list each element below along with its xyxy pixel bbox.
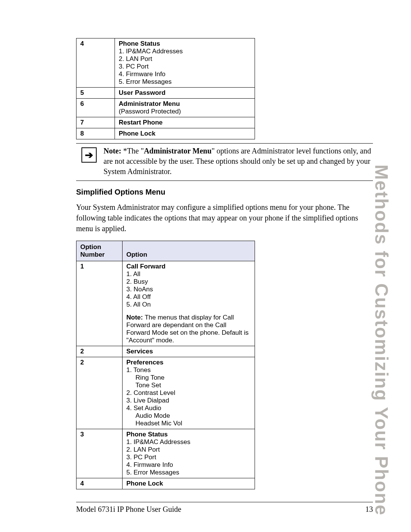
option-title: Restart Phone — [119, 119, 251, 126]
table-row: 5 User Password — [76, 88, 255, 99]
option-number: 4 — [76, 478, 123, 489]
options-table-continued: 4 Phone Status 1. IP&MAC Addresses 2. LA… — [76, 38, 255, 139]
note-bold-lead: Note: — [104, 147, 123, 155]
option-item: 4. All Off — [126, 293, 251, 301]
table-row: 8 Phone Lock — [76, 128, 255, 139]
option-number: 2 — [76, 346, 123, 357]
table-row: 6 Administrator Menu (Password Protected… — [76, 99, 255, 117]
option-item: 2. LAN Port — [119, 55, 251, 63]
option-subitem: Headset Mic Vol — [135, 420, 251, 427]
header-line: Option — [80, 243, 118, 251]
side-section-label: Methods for Customizing Your Phone — [371, 165, 392, 516]
page: Methods for Customizing Your Phone 4 Pho… — [0, 0, 411, 532]
option-item: 1. All — [126, 270, 251, 278]
option-item: 4. Firmware Info — [126, 461, 251, 469]
section-body: Your System Administrator may configure … — [76, 202, 373, 234]
option-number: 3 — [76, 429, 123, 478]
table-row: 7 Restart Phone — [76, 117, 255, 128]
option-number: 2 — [76, 357, 123, 429]
spacer — [126, 308, 251, 314]
simplified-options-table: Option Number Option 1 Call Forward 1. A… — [76, 241, 255, 489]
table-row: 2 Preferences 1. Tones Ring Tone Tone Se… — [76, 357, 255, 429]
table-row: 2 Services — [76, 346, 255, 357]
option-subitem: Ring Tone — [135, 374, 251, 382]
option-note-rest: The menus that display for Call Forward … — [126, 314, 249, 344]
option-extra: (Password Protected) — [119, 108, 251, 115]
option-item: 3. NoAns — [126, 286, 251, 293]
option-item: 5. All On — [126, 301, 251, 308]
section-heading: Simplified Options Menu — [76, 188, 373, 197]
option-title: Phone Status — [119, 40, 251, 48]
column-header-option-number: Option Number — [76, 241, 123, 261]
option-number: 8 — [76, 128, 115, 139]
option-title: Administrator Menu — [119, 100, 251, 108]
note-text: Note: *The "Administrator Menu" options … — [104, 146, 373, 177]
option-title: Preferences — [126, 359, 251, 366]
option-cell: Administrator Menu (Password Protected) — [115, 99, 255, 117]
option-title: User Password — [119, 89, 251, 97]
option-cell: Preferences 1. Tones Ring Tone Tone Set … — [123, 357, 255, 429]
option-item: 2. Contrast Level — [126, 389, 251, 397]
option-item: 2. Busy — [126, 278, 251, 286]
note-block: ➔ Note: *The "Administrator Menu" option… — [76, 146, 373, 177]
footer-page-number: 13 — [365, 505, 373, 514]
table-header-row: Option Number Option — [76, 241, 255, 261]
option-title: Call Forward — [126, 263, 251, 270]
option-item: 5. Error Messages — [119, 78, 251, 86]
note-admin-menu: Administrator Menu — [144, 147, 212, 155]
content-area: 4 Phone Status 1. IP&MAC Addresses 2. LA… — [76, 38, 373, 489]
option-cell: User Password — [115, 88, 255, 99]
option-title: Phone Lock — [119, 130, 251, 137]
option-note-bold: Note: — [126, 314, 145, 321]
option-number: 4 — [76, 38, 115, 88]
table-row: 4 Phone Status 1. IP&MAC Addresses 2. LA… — [76, 38, 255, 88]
option-item: 1. IP&MAC Addresses — [119, 48, 251, 55]
option-title: Phone Status — [126, 431, 251, 438]
option-item: 1. Tones — [126, 366, 251, 374]
option-item: 4. Set Audio — [126, 404, 251, 412]
note-pre: *The " — [123, 147, 144, 155]
option-cell: Call Forward 1. All 2. Busy 3. NoAns 4. … — [123, 261, 255, 346]
option-item: 5. Error Messages — [126, 469, 251, 476]
option-item: 3. Live Dialpad — [126, 397, 251, 404]
option-cell: Phone Status 1. IP&MAC Addresses 2. LAN … — [115, 38, 255, 88]
option-item: 1. IP&MAC Addresses — [126, 438, 251, 446]
header-line: Number — [80, 251, 118, 259]
option-item: 2. LAN Port — [126, 446, 251, 454]
table-row: 3 Phone Status 1. IP&MAC Addresses 2. LA… — [76, 429, 255, 478]
footer: Model 6731i IP Phone User Guide 13 — [76, 505, 373, 514]
column-header-option: Option — [123, 241, 255, 261]
option-subitem: Audio Mode — [135, 412, 251, 420]
option-cell: Restart Phone — [115, 117, 255, 128]
option-number: 7 — [76, 117, 115, 128]
option-subitem: Tone Set — [135, 382, 251, 389]
header-line: Option — [126, 251, 251, 259]
table-row: 1 Call Forward 1. All 2. Busy 3. NoAns 4… — [76, 261, 255, 346]
option-item: 3. PC Port — [126, 454, 251, 461]
divider — [76, 181, 373, 181]
option-cell: Phone Lock — [115, 128, 255, 139]
option-cell: Services — [123, 346, 255, 357]
option-cell: Phone Status 1. IP&MAC Addresses 2. LAN … — [123, 429, 255, 478]
arrow-right-icon: ➔ — [81, 147, 97, 163]
option-cell: Phone Lock — [123, 478, 255, 489]
option-title: Services — [126, 348, 251, 355]
footer-left: Model 6731i IP Phone User Guide — [76, 505, 181, 514]
divider — [76, 143, 373, 144]
option-item: 4. Firmware Info — [119, 70, 251, 78]
option-item: 3. PC Port — [119, 63, 251, 70]
option-number: 5 — [76, 88, 115, 99]
option-number: 1 — [76, 261, 123, 346]
table-row: 4 Phone Lock — [76, 478, 255, 489]
footer-rule — [76, 502, 373, 502]
option-number: 6 — [76, 99, 115, 117]
option-note: Note: The menus that display for Call Fo… — [126, 314, 251, 344]
option-title: Phone Lock — [126, 480, 251, 487]
